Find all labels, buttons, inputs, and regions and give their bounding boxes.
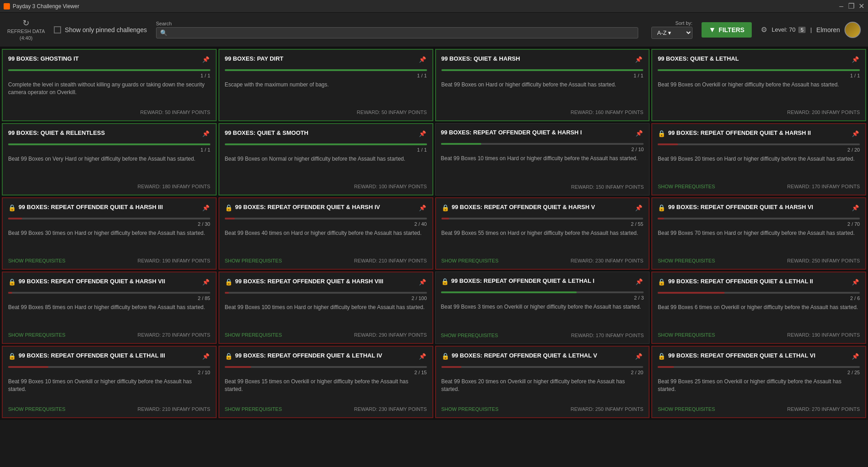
card-title: 99 BOXES: REPEAT OFFENDER QUIET & HARSH … [235, 204, 418, 211]
pin-icon[interactable]: 📌 [851, 204, 860, 212]
pin-only-checkbox[interactable] [54, 26, 61, 33]
card-title-area: 🔒99 BOXES: REPEAT OFFENDER QUIET & HARSH… [441, 204, 635, 211]
card-title: 99 BOXES: PAY DIRT [225, 55, 418, 63]
reward-text: REWARD: 100 INFAMY POINTS [354, 184, 427, 189]
close-button[interactable]: ✕ [858, 3, 864, 10]
lock-icon: 🔒 [225, 204, 232, 211]
card-title: 99 BOXES: REPEAT OFFENDER QUIET & LETHAL… [451, 277, 635, 285]
card-header: 🔒99 BOXES: REPEAT OFFENDER QUIET & LETHA… [225, 352, 427, 361]
show-prerequisites-button[interactable]: SHOW PREREQUISITES [225, 258, 282, 263]
pin-icon[interactable]: 📌 [418, 129, 427, 138]
sort-select[interactable]: A-Z ▾ Z-A Progress Reward [651, 27, 693, 39]
card-title-area: 99 BOXES: QUIET & HARSH [441, 55, 635, 63]
show-prerequisites-button[interactable]: SHOW PREREQUISITES [658, 184, 715, 189]
search-label: Search [156, 21, 638, 26]
card-title: 99 BOXES: REPEAT OFFENDER QUIET & HARSH … [235, 278, 418, 286]
show-prerequisites-button[interactable]: SHOW PREREQUISITES [225, 332, 282, 338]
progress-bar-container [8, 143, 210, 145]
pin-icon[interactable]: 📌 [851, 55, 860, 64]
card-header: 99 BOXES: QUIET & LETHAL📌 [658, 55, 860, 64]
pin-icon[interactable]: 📌 [201, 204, 210, 212]
card-description: Beat 99 Boxes 55 times on Hard or higher… [441, 229, 644, 253]
card-description: Beat 99 Boxes 20 times on Overkill or hi… [441, 378, 644, 402]
pin-icon[interactable]: 📌 [201, 278, 210, 286]
filter-icon: ▼ [709, 26, 716, 34]
card-title-area: 🔒99 BOXES: REPEAT OFFENDER QUIET & HARSH… [225, 278, 418, 286]
reward-text: REWARD: 230 INFAMY POINTS [354, 406, 427, 412]
lock-icon: 🔒 [658, 353, 665, 360]
show-prerequisites-button[interactable]: SHOW PREREQUISITES [8, 406, 66, 412]
pin-icon[interactable]: 📌 [635, 277, 644, 286]
progress-bar-container [8, 366, 210, 368]
pin-icon[interactable]: 📌 [201, 129, 210, 138]
card-header: 🔒99 BOXES: REPEAT OFFENDER QUIET & HARSH… [658, 129, 860, 138]
pin-icon[interactable]: 📌 [634, 55, 643, 64]
card-title-area: 🔒99 BOXES: REPEAT OFFENDER QUIET & LETHA… [441, 352, 635, 360]
show-prerequisites-button[interactable]: SHOW PREREQUISITES [441, 258, 499, 263]
search-input[interactable] [170, 29, 634, 36]
pin-icon[interactable]: 📌 [851, 278, 860, 286]
card-description: Beat 99 Boxes 10 times on Overkill or hi… [8, 378, 210, 402]
pin-icon[interactable]: 📌 [418, 204, 427, 212]
show-prerequisites-button[interactable]: SHOW PREREQUISITES [441, 406, 499, 412]
progress-text: 2 / 15 [225, 370, 427, 375]
restore-button[interactable]: ❐ [848, 3, 854, 10]
pin-icon[interactable]: 📌 [201, 352, 210, 361]
card-description: Beat 99 Boxes 20 times on Hard or higher… [658, 155, 860, 179]
challenge-card: 🔒99 BOXES: REPEAT OFFENDER QUIET & LETHA… [435, 272, 650, 344]
pin-icon[interactable]: 📌 [634, 352, 643, 361]
show-prerequisites-button[interactable]: SHOW PREREQUISITES [658, 332, 715, 338]
settings-icon[interactable]: ⚙ [761, 25, 767, 34]
show-prerequisites-button[interactable]: SHOW PREREQUISITES [225, 406, 282, 412]
filters-button[interactable]: ▼ FILTERS [702, 22, 752, 38]
pin-icon[interactable]: 📌 [851, 129, 860, 138]
card-title-area: 99 BOXES: QUIET & RELENTLESS [8, 129, 201, 137]
card-title-area: 🔒99 BOXES: REPEAT OFFENDER QUIET & LETHA… [441, 277, 635, 285]
pin-icon[interactable]: 📌 [418, 352, 427, 361]
show-prerequisites-button[interactable]: SHOW PREREQUISITES [658, 406, 715, 412]
lock-icon: 🔒 [658, 278, 665, 286]
card-footer: SHOW PREREQUISITESREWARD: 250 INFAMY POI… [658, 253, 860, 263]
progress-bar-fill [658, 292, 724, 294]
avatar [844, 22, 861, 38]
pin-filter-area[interactable]: Show only pinned challenges [54, 26, 147, 33]
lock-icon: 🔒 [8, 278, 16, 286]
card-header: 🔒99 BOXES: REPEAT OFFENDER QUIET & LETHA… [658, 352, 860, 361]
show-prerequisites-button[interactable]: SHOW PREREQUISITES [658, 258, 715, 263]
minimize-button[interactable]: – [838, 3, 844, 10]
progress-text: 2 / 3 [441, 295, 644, 300]
refresh-area[interactable]: ↻ REFRESH DATA (4:40) [7, 18, 45, 41]
pin-icon[interactable]: 📌 [418, 55, 427, 64]
card-description: Beat 99 Boxes on Hard or higher difficul… [441, 81, 644, 105]
progress-text: 2 / 55 [441, 221, 644, 227]
card-header: 🔒99 BOXES: REPEAT OFFENDER QUIET & HARSH… [8, 204, 210, 212]
progress-bar-container [441, 291, 644, 293]
card-header: 🔒99 BOXES: REPEAT OFFENDER QUIET & LETHA… [8, 352, 210, 361]
progress-bar-fill [8, 69, 210, 71]
card-title: 99 BOXES: REPEAT OFFENDER QUIET & HARSH … [441, 129, 635, 137]
show-prerequisites-button[interactable]: SHOW PREREQUISITES [8, 332, 66, 338]
reward-text: REWARD: 270 INFAMY POINTS [787, 406, 860, 412]
pin-icon[interactable]: 📌 [634, 204, 643, 212]
pin-icon[interactable]: 📌 [201, 55, 210, 64]
card-description: Beat 99 Boxes 3 times on Overkill or hig… [441, 303, 644, 328]
progress-bar-container [441, 366, 644, 368]
progress-text: 2 / 10 [441, 147, 644, 152]
lock-icon: 🔒 [8, 204, 16, 211]
card-footer: SHOW PREREQUISITESREWARD: 190 INFAMY POI… [8, 253, 210, 263]
app-icon [4, 3, 10, 10]
challenge-card: 99 BOXES: PAY DIRT📌1 / 1Escape with the … [218, 49, 433, 121]
pin-icon[interactable]: 📌 [635, 129, 644, 138]
refresh-icon: ↻ [23, 18, 29, 28]
card-footer: SHOW PREREQUISITESREWARD: 250 INFAMY POI… [441, 402, 644, 412]
challenge-card: 🔒99 BOXES: REPEAT OFFENDER QUIET & LETHA… [435, 346, 650, 418]
separator: | [810, 26, 811, 33]
pin-icon[interactable]: 📌 [851, 352, 860, 361]
progress-text: 2 / 20 [441, 370, 644, 375]
show-prerequisites-button[interactable]: SHOW PREREQUISITES [8, 258, 66, 263]
pin-icon[interactable]: 📌 [418, 278, 427, 286]
card-header: 🔒99 BOXES: REPEAT OFFENDER QUIET & LETHA… [441, 277, 644, 286]
show-prerequisites-button[interactable]: SHOW PREREQUISITES [441, 333, 498, 338]
card-title: 99 BOXES: REPEAT OFFENDER QUIET & LETHAL… [668, 278, 851, 286]
card-header: 🔒99 BOXES: REPEAT OFFENDER QUIET & HARSH… [441, 204, 644, 212]
